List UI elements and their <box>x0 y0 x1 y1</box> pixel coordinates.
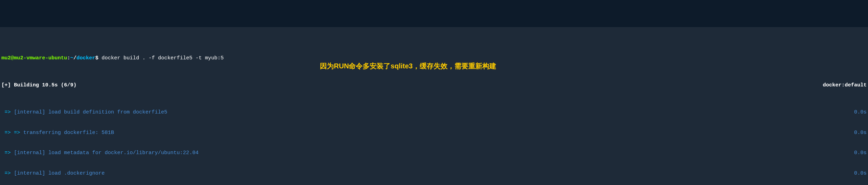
step-time: 0.0s <box>847 150 867 157</box>
step-line: => => transferring dockerfile: 581B0.0s <box>1 129 867 136</box>
step-arrow: => <box>1 150 14 156</box>
plus-indicator: [+] <box>1 82 11 88</box>
command-text: docker build . -f dockerfile5 -t myub:5 <box>102 55 224 61</box>
prompt-dollar: $ <box>95 55 102 61</box>
context-value: default <box>845 82 867 88</box>
step-arrow: => <box>1 170 14 176</box>
annotation-overlay: 因为RUN命令多安装了sqlite3，缓存失效，需要重新构建 <box>320 61 496 70</box>
prompt-slash: / <box>73 55 77 61</box>
step-time: 0.0s <box>847 170 867 177</box>
building-header-line: [+] Building 10.5s (6/9) docker:default <box>1 82 867 89</box>
step-time: 0.0s <box>847 129 867 136</box>
prompt-dir: docker <box>77 55 95 61</box>
building-status: Building 10.5s (6/9) <box>11 82 77 88</box>
step-arrow: => => <box>1 130 23 136</box>
step-line: => [internal] load .dockerignore0.0s <box>1 170 867 177</box>
prompt-colon: : <box>67 55 70 61</box>
step-line: => [internal] load metadata for docker.i… <box>1 150 867 157</box>
step-text: [internal] load metadata for docker.io/l… <box>14 150 199 156</box>
step-text: transferring dockerfile: 581B <box>23 130 114 136</box>
step-text: [internal] load build definition from do… <box>14 109 167 115</box>
terminal-window[interactable]: mu2@mu2-vmware-ubuntu:~/docker$ docker b… <box>0 27 868 185</box>
step-arrow: => <box>1 109 14 115</box>
step-text: [internal] load .dockerignore <box>14 170 105 176</box>
prompt-tilde: ~ <box>70 55 73 61</box>
step-line: => [internal] load build definition from… <box>1 109 867 116</box>
step-time: 0.0s <box>847 109 867 116</box>
prompt-line: mu2@mu2-vmware-ubuntu:~/docker$ docker b… <box>1 48 867 62</box>
prompt-user-host: mu2@mu2-vmware-ubuntu <box>1 55 67 61</box>
context-label: docker: <box>823 82 845 88</box>
